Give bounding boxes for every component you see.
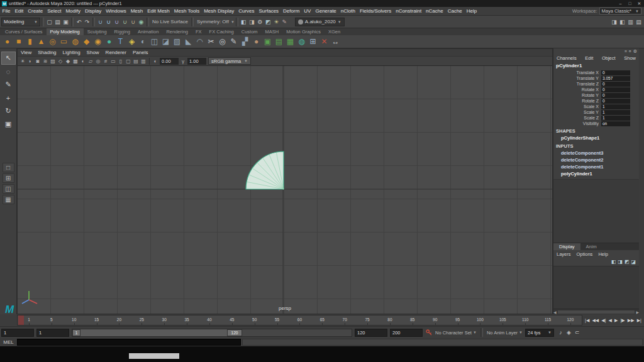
shaded-icon[interactable]: ◆ bbox=[64, 57, 72, 65]
scroll-left-icon[interactable]: ◀ bbox=[553, 310, 557, 314]
selected-object-name[interactable]: pCylinder1 bbox=[553, 62, 639, 70]
menu-item[interactable]: Deform bbox=[281, 8, 302, 14]
colorspace-dropdown[interactable]: sRGB gamma▼ bbox=[208, 57, 251, 65]
status-divider[interactable] bbox=[42, 18, 44, 26]
layer-menu-item[interactable]: Options bbox=[577, 251, 593, 257]
toggle-modeling-toolkit-icon[interactable]: ◨ bbox=[610, 18, 618, 26]
mirror-icon[interactable]: ▞ bbox=[240, 36, 250, 47]
scroll-right-icon[interactable]: ▶ bbox=[636, 310, 639, 314]
menu-item[interactable]: Modify bbox=[64, 8, 83, 14]
channel-box-menu-item[interactable]: Object bbox=[602, 55, 616, 61]
playback-end-field[interactable]: 120 bbox=[355, 329, 387, 337]
menu-item[interactable]: Create bbox=[26, 8, 45, 14]
range-start-handle[interactable]: 1 bbox=[72, 329, 80, 336]
resolution-gate-icon[interactable]: ▯ bbox=[117, 57, 125, 65]
channel-value-field[interactable]: 1 bbox=[601, 104, 630, 109]
screen-ao-icon[interactable]: ◙ bbox=[34, 57, 42, 65]
type-tool-icon[interactable]: T bbox=[115, 36, 126, 47]
status-divider[interactable] bbox=[92, 18, 95, 26]
menu-item[interactable]: UV bbox=[302, 8, 313, 14]
snap-projected-center-icon[interactable]: ∪ bbox=[121, 18, 129, 26]
step-back-key-button[interactable]: ◀◀ bbox=[592, 318, 599, 323]
channel-label[interactable]: Visibility bbox=[553, 121, 601, 126]
channel-value-field[interactable]: on bbox=[601, 121, 630, 126]
input-node[interactable]: deleteComponent2 bbox=[553, 156, 639, 163]
channel-value-field[interactable]: 0 bbox=[601, 87, 630, 92]
boolean-icon[interactable]: ◐ bbox=[138, 36, 148, 47]
channel-box-menu-item[interactable]: Channels bbox=[557, 55, 577, 61]
quad-draw-icon[interactable]: ✎ bbox=[228, 36, 239, 47]
lattice-icon[interactable]: ⊞ bbox=[308, 36, 318, 47]
step-forward-frame-button[interactable]: |▶ bbox=[621, 318, 625, 323]
play-forward-button[interactable]: ▶ bbox=[614, 318, 618, 323]
channel-value-field[interactable]: 1 bbox=[601, 110, 630, 115]
play-backward-button[interactable]: ◀ bbox=[609, 318, 612, 323]
grid-toggle-icon[interactable]: # bbox=[102, 57, 109, 65]
menu-item[interactable]: Edit bbox=[13, 8, 26, 14]
shadows-icon[interactable]: ◗ bbox=[26, 57, 34, 65]
ipr-render-icon[interactable]: ◨ bbox=[248, 18, 256, 26]
shelf-tab[interactable]: MASH bbox=[262, 28, 283, 35]
channel-value-field[interactable]: 0 bbox=[601, 99, 630, 104]
channel-value-field[interactable]: 0 bbox=[601, 70, 630, 75]
viewport-menu-item[interactable]: Renderer bbox=[103, 50, 130, 55]
new-empty-layer-icon[interactable]: ◧ bbox=[611, 259, 616, 265]
menu-item[interactable]: Windows bbox=[104, 8, 128, 14]
channel-label[interactable]: Scale Z bbox=[553, 116, 601, 120]
film-gate-icon[interactable]: ▭ bbox=[109, 57, 117, 65]
menu-item[interactable]: Cache bbox=[445, 8, 464, 14]
channel-box-menu-item[interactable]: Show bbox=[624, 55, 636, 61]
channel-label[interactable]: Rotate Y bbox=[553, 93, 601, 97]
input-node[interactable]: polyCylinder1 bbox=[553, 170, 639, 177]
shelf-tab[interactable]: Rigging bbox=[111, 28, 134, 35]
minimize-button[interactable]: – bbox=[616, 1, 625, 6]
clamp-timeline-icon[interactable]: ⊂ bbox=[573, 329, 581, 336]
menu-item[interactable]: Generate bbox=[313, 8, 338, 14]
status-divider[interactable] bbox=[191, 18, 194, 26]
single-pane-layout-button[interactable]: □ bbox=[3, 163, 14, 172]
shape-node[interactable]: pCylinderShape1 bbox=[553, 134, 639, 141]
command-language-toggle[interactable]: MEL bbox=[0, 339, 17, 345]
sculpt-tool-icon[interactable]: ● bbox=[251, 36, 262, 47]
snap-curve-icon[interactable]: ∪ bbox=[104, 18, 113, 26]
maximize-button[interactable]: □ bbox=[625, 1, 635, 6]
xray-icon[interactable]: ▱ bbox=[87, 57, 94, 65]
select-tool[interactable]: ↖ bbox=[2, 52, 15, 64]
go-to-start-button[interactable]: |◀ bbox=[585, 318, 589, 323]
scale-tool[interactable]: ▣ bbox=[2, 118, 15, 130]
shelf-tab[interactable]: Curves / Surfaces bbox=[1, 28, 47, 35]
isolate-select-icon[interactable]: ◎ bbox=[94, 57, 102, 65]
gate-mask-icon[interactable]: ▢ bbox=[125, 57, 132, 65]
toggle-channel-box-icon[interactable]: ▤ bbox=[635, 18, 643, 26]
viewport-menu-item[interactable]: Lighting bbox=[60, 50, 84, 55]
lasso-tool[interactable]: ◌ bbox=[2, 65, 15, 77]
close-button[interactable]: ✕ bbox=[635, 1, 644, 6]
shelf-tab[interactable]: Custom bbox=[238, 28, 262, 35]
playback-options-icon[interactable]: ◈ bbox=[565, 329, 573, 336]
sphere-uv-icon[interactable]: ◉ bbox=[92, 36, 103, 47]
persp-outliner-layout-button[interactable]: ◫ bbox=[3, 184, 14, 194]
channel-settings-icon[interactable]: ⚙ bbox=[633, 49, 637, 55]
step-back-frame-button[interactable]: ◀| bbox=[601, 318, 606, 323]
gamma-field[interactable]: 1.00 bbox=[187, 58, 206, 65]
channel-label[interactable]: Translate Y bbox=[553, 76, 601, 80]
channel-label[interactable]: Rotate X bbox=[553, 87, 601, 92]
channel-label[interactable]: Translate X bbox=[553, 70, 601, 75]
channel-label[interactable]: Scale X bbox=[553, 104, 601, 109]
shelf-tab[interactable]: Motion Graphics bbox=[282, 28, 325, 35]
four-pane-layout-button[interactable]: ⊞ bbox=[3, 173, 14, 183]
account-dropdown[interactable]: A.aluko_2020 ▼ bbox=[295, 18, 345, 26]
layer-menu-item[interactable]: Help bbox=[598, 251, 608, 257]
smooth-mesh-icon[interactable]: ● bbox=[104, 36, 114, 47]
poly-sphere-icon[interactable]: ● bbox=[2, 36, 13, 47]
paint-selection-tool[interactable]: ✎ bbox=[2, 79, 15, 90]
shelf-tab[interactable]: FX Caching bbox=[206, 28, 238, 35]
snap-grid-icon[interactable]: ∪ bbox=[96, 18, 104, 26]
textured-icon[interactable]: ▩ bbox=[72, 57, 79, 65]
layer-menu-item[interactable]: Layers bbox=[557, 251, 571, 257]
move-layer-down-icon[interactable]: ◪ bbox=[631, 259, 636, 265]
command-input[interactable] bbox=[17, 339, 241, 346]
menu-item[interactable]: File bbox=[0, 8, 13, 14]
move-tool[interactable]: + bbox=[2, 92, 15, 104]
channel-label[interactable]: Scale Y bbox=[553, 110, 601, 114]
